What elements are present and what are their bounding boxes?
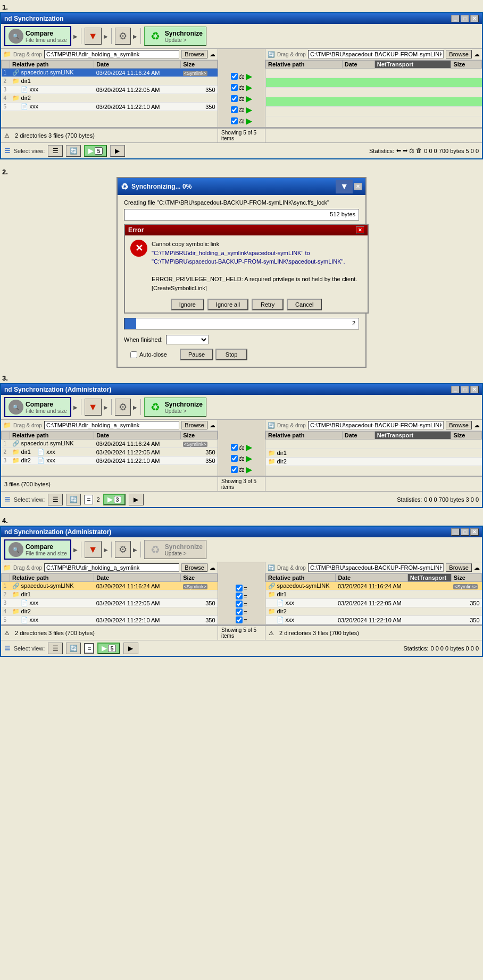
checkbox-4-1[interactable] xyxy=(236,585,243,592)
view-btn-list-4[interactable]: ☰ xyxy=(48,643,63,654)
settings-btn-1[interactable]: ⚙ xyxy=(115,28,131,45)
minimize-btn-3[interactable]: _ xyxy=(451,386,460,393)
autoclose-checkbox-2[interactable] xyxy=(130,351,137,358)
checkbox-3-3[interactable] xyxy=(231,466,238,473)
maximize-btn-4[interactable]: □ xyxy=(461,528,469,536)
path-input-left-1[interactable] xyxy=(44,50,179,58)
view-btn-grid-3[interactable]: 🔄 xyxy=(66,494,81,505)
table-row[interactable]: 3 📄 xxx 03/20/2024 11:22:05 AM 350 xyxy=(2,86,218,94)
checkbox-4-5[interactable] xyxy=(236,616,243,623)
sync-down-btn-2[interactable]: ▼ xyxy=(336,180,353,193)
table-row[interactable]: 1 🔗 spacedout-symLINK 03/20/2024 11:16:2… xyxy=(2,440,218,448)
path-input-left-3[interactable] xyxy=(44,421,179,429)
filter-btn-3[interactable]: ▼ xyxy=(85,399,102,416)
path-input-right-4[interactable] xyxy=(308,563,444,572)
checkbox-1-2[interactable] xyxy=(231,84,238,91)
table-row[interactable]: 2 📁 dir1 📄 xxx 03/20/2024 11:22:05 AM 35… xyxy=(2,448,218,457)
sync-action-btn-1[interactable]: ▶ 5 xyxy=(84,145,106,157)
cancel-btn-2[interactable]: Cancel xyxy=(287,299,322,310)
table-row[interactable]: 📁 dir2 xyxy=(266,458,482,466)
browse-left-1[interactable]: Browse xyxy=(181,50,207,58)
close-error-2[interactable]: ✕ xyxy=(356,226,364,234)
path-input-left-4[interactable] xyxy=(44,563,179,572)
synchronize-btn-3[interactable]: ♻ Synchronize Update > xyxy=(144,398,206,417)
table-row[interactable]: 5 📄 xxx 03/20/2024 11:22:10 AM 350 xyxy=(2,616,218,624)
filter-btn-4[interactable]: ▼ xyxy=(85,541,102,558)
view-btn-grid-1[interactable]: 🔄 xyxy=(66,145,81,157)
table-row[interactable] xyxy=(266,78,482,88)
checkbox-3-1[interactable] xyxy=(231,444,238,451)
table-row[interactable] xyxy=(266,97,482,107)
checkbox-4-3[interactable] xyxy=(236,601,243,607)
view-btn-list-3[interactable]: ☰ xyxy=(48,494,63,505)
drag-drop-right-4: Drag & drop xyxy=(277,565,306,571)
minimize-btn-1[interactable]: _ xyxy=(451,15,460,22)
sync-dialog-title-2: ♻ Synchronizing... 0% ▼ ✕ xyxy=(118,178,365,195)
checkbox-1-3[interactable] xyxy=(231,95,238,102)
path-input-right-3[interactable] xyxy=(308,421,444,429)
table-row[interactable] xyxy=(266,107,482,116)
close-btn-1[interactable]: ✕ xyxy=(470,15,479,22)
table-row[interactable]: 📁 dir2 xyxy=(266,607,482,616)
table-row[interactable]: 1 🔗 spacedout-symLINK 03/20/2024 11:16:2… xyxy=(2,69,218,77)
table-row[interactable]: 🔗 spacedout-symLINK 03/20/2024 11:16:24 … xyxy=(266,582,482,590)
browse-right-3[interactable]: Browse xyxy=(446,421,472,429)
path-input-right-1[interactable] xyxy=(308,50,444,58)
checkbox-4-2[interactable] xyxy=(236,593,243,599)
compare-btn-1[interactable]: 🔍 Compare File time and size xyxy=(4,26,71,46)
sync-action-btn-4[interactable]: ▶ 5 xyxy=(97,643,120,654)
maximize-btn-1[interactable]: □ xyxy=(461,15,469,22)
browse-right-1[interactable]: Browse xyxy=(446,50,472,58)
sync-action-btn-3[interactable]: ▶ 3 xyxy=(103,494,126,505)
ignore-btn-2[interactable]: Ignore xyxy=(171,299,204,310)
maximize-btn-3[interactable]: □ xyxy=(461,386,469,393)
browse-right-4[interactable]: Browse xyxy=(446,563,472,572)
when-finished-select-2[interactable] xyxy=(166,335,209,344)
table-row[interactable]: 📄 xxx 03/20/2024 11:22:05 AM 350 xyxy=(266,599,482,607)
table-row[interactable]: 2 📁 dir1 xyxy=(2,590,218,599)
filter-btn-1[interactable]: ▼ xyxy=(85,28,102,45)
close-btn-3[interactable]: ✕ xyxy=(470,386,479,393)
table-row[interactable]: 1 🔗 spacedout-symLINK 03/20/2024 11:16:2… xyxy=(2,582,218,590)
next-btn-3[interactable]: ▶ xyxy=(129,494,144,505)
settings-btn-3[interactable]: ⚙ xyxy=(115,399,131,416)
checkbox-3-2[interactable] xyxy=(231,455,238,462)
checkbox-4-4[interactable] xyxy=(236,609,243,615)
compare-btn-3[interactable]: 🔍 Compare File time and size xyxy=(4,397,71,417)
browse-left-4[interactable]: Browse xyxy=(181,563,207,572)
table-row[interactable] xyxy=(266,69,482,78)
table-row[interactable] xyxy=(266,88,482,97)
table-row[interactable] xyxy=(266,440,482,449)
table-row[interactable]: 5 📄 xxx 03/20/2024 11:22:10 AM 350 xyxy=(2,103,218,111)
table-row[interactable]: 📄 xxx 03/20/2024 11:22:10 AM 350 xyxy=(266,616,482,624)
minimize-btn-4[interactable]: _ xyxy=(451,528,460,536)
sync-sub-4: Update > xyxy=(165,551,203,556)
col-size-r3: Size xyxy=(451,432,482,440)
view-btn-grid-4[interactable]: 🔄 xyxy=(66,643,81,654)
checkbox-1-5[interactable] xyxy=(231,117,238,124)
pause-btn-2[interactable]: Pause xyxy=(180,349,213,360)
browse-left-3[interactable]: Browse xyxy=(181,421,207,429)
synchronize-btn-1[interactable]: ♻ Synchronize Update > xyxy=(144,27,206,46)
table-row[interactable]: 📁 dir1 xyxy=(266,449,482,458)
retry-btn-2[interactable]: Retry xyxy=(252,299,284,310)
checkbox-1-1[interactable] xyxy=(231,73,238,80)
stats-values-1: 0 0 0 700 bytes 5 0 0 xyxy=(424,148,479,154)
synchronize-btn-4[interactable]: ♻ Synchronize Update > xyxy=(144,540,206,559)
next-btn-1[interactable]: ▶ xyxy=(110,145,125,157)
table-row[interactable]: 4 📁 dir2 xyxy=(2,607,218,616)
stop-btn-2[interactable]: Stop xyxy=(215,349,247,360)
table-row[interactable]: 2 📁 dir1 xyxy=(2,77,218,86)
ignore-all-btn-2[interactable]: Ignore all xyxy=(207,299,248,310)
checkbox-1-4[interactable] xyxy=(231,106,238,113)
close-sync-2[interactable]: ✕ xyxy=(354,183,362,190)
compare-btn-4[interactable]: 🔍 Compare File time and size xyxy=(4,539,71,560)
settings-btn-4[interactable]: ⚙ xyxy=(115,541,131,558)
table-row[interactable]: 📁 dir1 xyxy=(266,590,482,599)
next-btn-4[interactable]: ▶ xyxy=(123,643,138,654)
table-row[interactable]: 4 📁 dir2 xyxy=(2,94,218,103)
table-row[interactable]: 3 📁 dir2 📄 xxx 03/20/2024 11:22:10 AM 35… xyxy=(2,457,218,465)
table-row[interactable]: 3 📄 xxx 03/20/2024 11:22:05 AM 350 xyxy=(2,599,218,607)
view-btn-list-1[interactable]: ☰ xyxy=(48,145,63,157)
close-btn-4[interactable]: ✕ xyxy=(470,528,479,536)
